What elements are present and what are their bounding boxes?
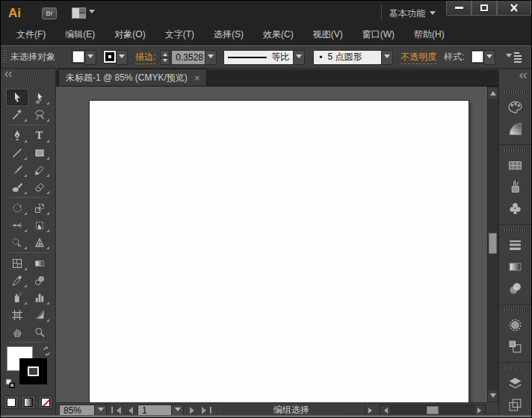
tool-rectangle[interactable] (28, 144, 51, 161)
tool-line-segment[interactable] (6, 144, 28, 161)
tool-pencil[interactable] (28, 161, 51, 178)
tool-blob-brush[interactable] (6, 178, 28, 196)
menu-edit[interactable]: 编辑(E) (55, 25, 105, 44)
width-profile-dropdown[interactable] (294, 50, 305, 65)
stepper-down-button[interactable] (160, 57, 170, 65)
tool-shape-builder[interactable] (6, 234, 28, 251)
gradient-button[interactable] (21, 396, 36, 409)
menu-effect[interactable]: 效果(C) (253, 25, 303, 44)
stroke-weight-stepper[interactable] (160, 50, 170, 65)
tool-direct-selection[interactable] (28, 89, 51, 106)
menu-object[interactable]: 对象(O) (105, 25, 155, 44)
horizontal-scroll-thumb[interactable] (427, 406, 439, 414)
tool-type[interactable]: T (28, 127, 51, 144)
tool-scale[interactable] (28, 199, 51, 216)
width-profile-preview[interactable]: 等比 (223, 50, 294, 65)
tool-zoom[interactable] (28, 323, 51, 340)
tool-gradient[interactable] (28, 255, 51, 272)
artboard[interactable] (89, 100, 469, 402)
panel-appearance-button[interactable] (503, 314, 528, 336)
stroke-dropdown-button[interactable] (117, 50, 128, 65)
menu-select[interactable]: 选择(S) (204, 25, 253, 44)
tool-blend[interactable] (28, 272, 51, 289)
stroke-weight-dropdown[interactable] (205, 50, 217, 65)
fill-color-control[interactable] (72, 50, 96, 65)
tab-close-icon[interactable]: × (194, 73, 200, 83)
tool-slice[interactable] (28, 306, 51, 323)
canvas-area[interactable] (56, 87, 487, 402)
opacity-panel-link[interactable]: 不透明度 (400, 51, 436, 64)
panel-grip-icon[interactable] (17, 78, 40, 81)
tool-pen[interactable] (6, 127, 28, 144)
style-control[interactable] (471, 50, 495, 65)
panel-grip-icon[interactable] (3, 51, 7, 64)
menu-file[interactable]: 文件(F) (7, 25, 55, 44)
panel-color-button[interactable] (503, 96, 528, 118)
tool-width[interactable] (6, 216, 28, 234)
scroll-right-button[interactable] (475, 405, 485, 415)
stepper-up-button[interactable] (160, 50, 170, 57)
document-tab[interactable]: 未标题-1 @ 85% (CMYK/预览) × (58, 69, 207, 86)
panel-layers-button[interactable] (503, 372, 528, 394)
panel-symbols-button[interactable] (503, 198, 528, 219)
brush-control[interactable]: • 5 点圆形 (313, 50, 393, 65)
horizontal-scrollbar[interactable] (380, 405, 486, 416)
panel-gradient-button[interactable] (503, 256, 528, 278)
panel-stroke-button[interactable] (503, 234, 528, 256)
width-profile-control[interactable]: 等比 (223, 50, 305, 65)
close-button[interactable] (497, 1, 531, 16)
tool-column-graph[interactable] (28, 289, 51, 306)
panel-color-guide-button[interactable] (503, 118, 528, 140)
tool-free-transform[interactable] (28, 216, 51, 234)
brush-dropdown[interactable] (382, 50, 393, 65)
stroke-color-control[interactable] (103, 50, 128, 65)
panel-swatches-button[interactable] (503, 155, 528, 176)
workspace-switcher[interactable]: 基本功能 (389, 7, 436, 20)
tool-selection[interactable] (6, 89, 28, 106)
stroke-weight-field[interactable]: 0.3528 (171, 50, 205, 65)
vertical-scrollbar[interactable] (487, 87, 498, 402)
panel-grip-icon[interactable] (504, 228, 527, 231)
menu-type[interactable]: 文字(T) (155, 25, 204, 44)
brush-preview[interactable]: • 5 点圆形 (313, 50, 382, 65)
stroke-panel-link[interactable]: 描边: (135, 51, 155, 64)
arrange-documents-button[interactable] (72, 7, 95, 19)
tool-rotate[interactable] (6, 199, 28, 216)
panel-brushes-button[interactable] (503, 176, 528, 198)
fill-dropdown-button[interactable] (85, 50, 96, 65)
tool-eraser[interactable] (28, 178, 51, 196)
maximize-button[interactable] (471, 1, 497, 16)
vertical-scroll-thumb[interactable] (489, 233, 497, 254)
tool-mesh[interactable] (6, 255, 28, 272)
tool-lasso[interactable] (28, 106, 51, 123)
panel-grip-icon[interactable] (504, 149, 527, 152)
panel-transparency-button[interactable] (503, 278, 528, 299)
tool-paintbrush[interactable] (6, 161, 28, 178)
color-button[interactable] (4, 396, 19, 409)
none-button[interactable] (38, 396, 53, 409)
panel-graphic-styles-button[interactable] (503, 336, 528, 358)
fill-swatch[interactable] (72, 50, 85, 63)
tool-hand[interactable] (6, 323, 28, 340)
stroke-color-proxy[interactable] (19, 358, 47, 384)
scroll-up-button[interactable] (488, 87, 498, 99)
swap-fill-stroke-icon[interactable] (42, 346, 52, 356)
stroke-swatch[interactable] (103, 50, 117, 63)
scroll-down-button[interactable] (488, 390, 498, 402)
default-fill-stroke-icon[interactable] (5, 378, 16, 389)
panel-grip-icon[interactable] (504, 90, 527, 93)
control-panel-menu-button[interactable] (506, 52, 522, 63)
collapse-panel-icon[interactable] (519, 72, 528, 79)
style-dropdown[interactable] (484, 50, 495, 65)
tool-artboard[interactable] (6, 306, 28, 323)
tool-perspective-grid[interactable] (28, 234, 51, 251)
tool-eyedropper[interactable] (6, 272, 28, 289)
stroke-weight-control[interactable]: 0.3528 (171, 50, 217, 65)
tool-magic-wand[interactable] (6, 106, 28, 123)
panel-artboards-button[interactable] (503, 394, 528, 416)
style-swatch[interactable] (471, 50, 484, 63)
minimize-button[interactable] (446, 1, 471, 16)
menu-window[interactable]: 窗口(W) (353, 25, 404, 44)
menu-help[interactable]: 帮助(H) (404, 25, 454, 44)
panel-grip-icon[interactable] (504, 308, 527, 311)
